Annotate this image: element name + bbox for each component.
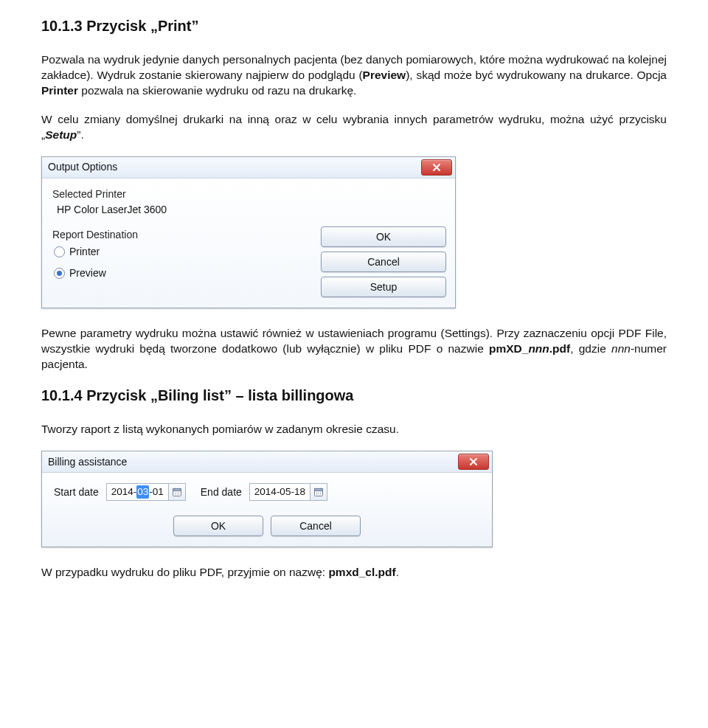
para-billing: Tworzy raport z listą wykonanych pomiaró… xyxy=(41,422,667,437)
para-footer: W przypadku wydruku do pliku PDF, przyjm… xyxy=(41,565,667,580)
close-icon xyxy=(469,457,478,466)
setup-button[interactable]: Setup xyxy=(321,277,446,297)
dialog-titlebar: Billing assistance xyxy=(42,451,492,473)
radio-preview[interactable]: Preview xyxy=(54,266,305,280)
radio-icon xyxy=(54,246,65,257)
calendar-button[interactable] xyxy=(168,484,185,500)
start-date-value: 2014-03-01 xyxy=(107,485,168,499)
cancel-button[interactable]: Cancel xyxy=(321,252,446,272)
start-date-field[interactable]: 2014-03-01 xyxy=(106,483,186,501)
svg-rect-1 xyxy=(173,489,181,491)
selected-printer-label: Selected Printer xyxy=(52,187,446,201)
cancel-button[interactable]: Cancel xyxy=(271,516,361,536)
close-button[interactable] xyxy=(458,454,489,470)
calendar-icon xyxy=(313,487,324,497)
output-options-dialog: Output Options Selected Printer HP Color… xyxy=(41,156,456,309)
heading-billing: 10.1.4 Przycisk „Biling list” – lista bi… xyxy=(41,386,667,406)
end-date-label: End date xyxy=(201,485,242,499)
svg-rect-3 xyxy=(314,489,322,491)
para-1: Pozwala na wydruk jedynie danych persona… xyxy=(41,52,667,99)
dialog-title: Billing assistance xyxy=(48,455,127,469)
close-icon xyxy=(432,163,441,172)
dialog-titlebar: Output Options xyxy=(42,157,455,178)
para-2: W celu zmiany domyślnej drukarki na inną… xyxy=(41,112,667,143)
radio-icon xyxy=(54,268,65,279)
calendar-button[interactable] xyxy=(310,484,327,500)
start-date-label: Start date xyxy=(54,485,99,499)
billing-assistance-dialog: Billing assistance Start date 2014-03-01 xyxy=(41,451,493,547)
para-settings: Pewne parametry wydruku można ustawić ró… xyxy=(41,326,667,372)
report-destination-label: Report Destination xyxy=(52,228,305,242)
calendar-icon xyxy=(172,487,182,497)
ok-button[interactable]: OK xyxy=(173,516,263,536)
selected-printer-value: HP Color LaserJet 3600 xyxy=(57,203,446,217)
close-button[interactable] xyxy=(421,159,452,176)
heading-print: 10.1.3 Przycisk „Print” xyxy=(41,16,667,36)
end-date-value: 2014-05-18 xyxy=(250,485,310,499)
end-date-field[interactable]: 2014-05-18 xyxy=(249,483,327,501)
radio-printer[interactable]: Printer xyxy=(54,245,305,259)
dialog-title: Output Options xyxy=(48,160,117,174)
radio-label: Preview xyxy=(69,266,106,280)
ok-button[interactable]: OK xyxy=(321,226,446,247)
radio-label: Printer xyxy=(69,245,100,259)
